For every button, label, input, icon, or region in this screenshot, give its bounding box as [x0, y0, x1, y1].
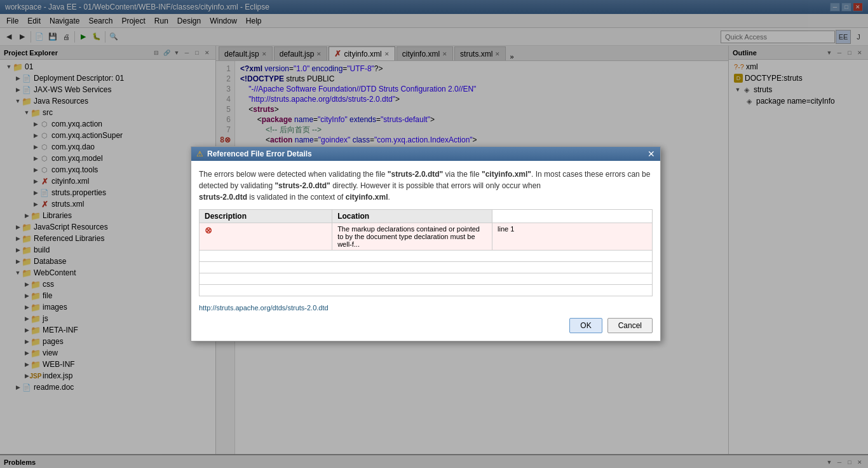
table-header-location: Location	[332, 210, 492, 223]
dialog-row-location-0: line 1	[492, 223, 653, 251]
dialog-via-file: "cityinfo.xml"	[482, 170, 531, 179]
dialog-desc-4: is validated in the context of	[247, 193, 346, 202]
dialog-url: http://struts.apache.org/dtds/struts-2.0…	[199, 304, 653, 312]
dialog-description: The errors below were detected when vali…	[199, 169, 653, 203]
dialog-file-ref: "struts-2.0.dtd"	[388, 170, 443, 179]
dialog-empty-row-3	[200, 285, 653, 296]
dialog-file-ref2: "struts-2.0.dtd"	[275, 181, 330, 190]
dialog-overlay: ⚠ Referenced File Error Details ✕ The er…	[0, 0, 868, 468]
dialog-desc-5: .	[388, 193, 390, 202]
dialog-desc-via: via the file	[443, 170, 482, 179]
table-header-description: Description	[200, 210, 332, 223]
dialog-close-button[interactable]: ✕	[648, 149, 655, 158]
dialog-cancel-button[interactable]: Cancel	[607, 318, 653, 333]
dialog-error-icon: ⚠	[196, 149, 203, 158]
dialog-file-ref3: struts-2.0.dtd	[199, 193, 247, 202]
dialog-desc-3: directly. However it is possible that er…	[330, 181, 541, 190]
dialog-empty-row-1	[200, 262, 653, 273]
dialog-table-body: ⊗The markup declarations contained or po…	[200, 223, 653, 296]
dialog-ok-button[interactable]: OK	[569, 318, 602, 333]
dialog-file-ref4: cityinfo.xml	[346, 193, 388, 202]
dialog-row-icon-0: ⊗	[200, 223, 332, 251]
dialog-empty-row-0	[200, 251, 653, 262]
dialog-body: The errors below were detected when vali…	[191, 161, 660, 341]
dialog-empty-row-2	[200, 273, 653, 285]
dialog-title-text: Referenced File Error Details	[207, 149, 312, 158]
dialog-buttons: OK Cancel	[199, 318, 653, 333]
dialog-row-desc-0: The markup declarations contained or poi…	[332, 223, 492, 251]
error-dialog: ⚠ Referenced File Error Details ✕ The er…	[191, 146, 661, 341]
dialog-error-icon-0: ⊗	[205, 225, 212, 235]
dialog-desc-1: The errors below were detected when vali…	[199, 170, 388, 179]
dialog-table-row-0: ⊗The markup declarations contained or po…	[200, 223, 653, 251]
dialog-title-bar: ⚠ Referenced File Error Details ✕	[191, 147, 660, 161]
dialog-error-table: Description Location ⊗The markup declara…	[199, 209, 653, 296]
